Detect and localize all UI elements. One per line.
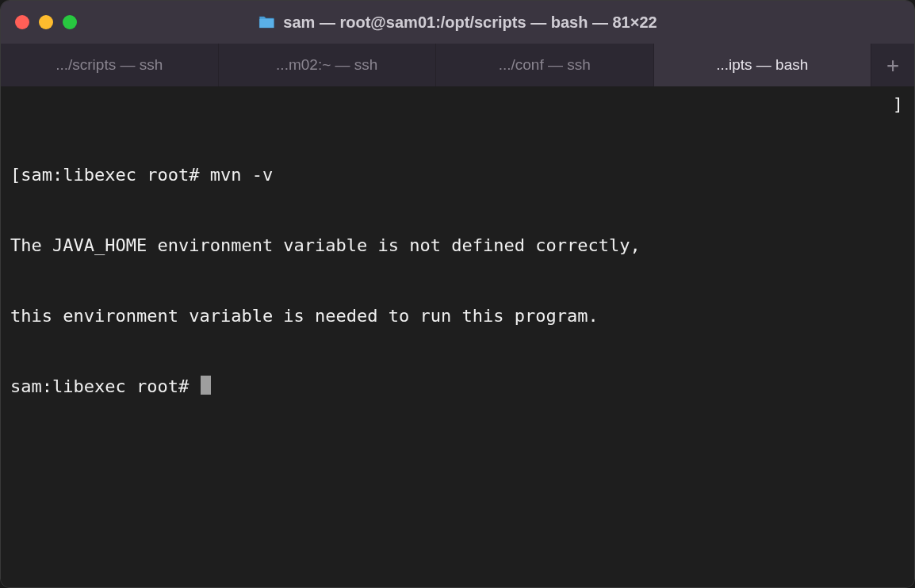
terminal-line-1: [sam:libexec root# mvn -v bbox=[10, 163, 905, 187]
terminal-line-2: The JAVA_HOME environment variable is no… bbox=[10, 234, 905, 258]
tab-label: .../conf — ssh bbox=[499, 56, 591, 74]
tab-label: ...ipts — bash bbox=[716, 56, 808, 74]
terminal-line-3: this environment variable is needed to r… bbox=[10, 304, 905, 328]
window-title: sam — root@sam01:/opt/scripts — bash — 8… bbox=[283, 13, 657, 32]
terminal-line-4: sam:libexec root# bbox=[10, 375, 905, 399]
folder-icon bbox=[258, 15, 275, 29]
right-bracket: ] bbox=[893, 93, 903, 116]
tab-scripts-ssh[interactable]: .../scripts — ssh bbox=[1, 44, 219, 86]
command-text: mvn -v bbox=[210, 165, 273, 185]
minimize-button[interactable] bbox=[39, 15, 53, 29]
plus-icon: + bbox=[886, 53, 899, 77]
tab-ipts-bash[interactable]: ...ipts — bash bbox=[654, 44, 872, 86]
svg-rect-0 bbox=[259, 19, 274, 28]
tabbar: .../scripts — ssh ...m02:~ — ssh .../con… bbox=[1, 44, 914, 86]
shell-prompt: sam:libexec root# bbox=[21, 165, 209, 185]
terminal-window: sam — root@sam01:/opt/scripts — bash — 8… bbox=[0, 0, 915, 588]
cursor bbox=[201, 376, 211, 395]
tab-label: .../scripts — ssh bbox=[56, 56, 163, 74]
tab-m02-ssh[interactable]: ...m02:~ — ssh bbox=[219, 44, 437, 86]
prompt-bracket: [ bbox=[10, 165, 21, 185]
terminal-content[interactable]: ] [sam:libexec root# mvn -v The JAVA_HOM… bbox=[1, 86, 914, 587]
tab-conf-ssh[interactable]: .../conf — ssh bbox=[436, 44, 654, 86]
window-title-container: sam — root@sam01:/opt/scripts — bash — 8… bbox=[258, 13, 657, 32]
close-button[interactable] bbox=[15, 15, 29, 29]
titlebar: sam — root@sam01:/opt/scripts — bash — 8… bbox=[1, 1, 914, 44]
new-tab-button[interactable]: + bbox=[871, 44, 914, 86]
shell-prompt: sam:libexec root# bbox=[10, 376, 199, 396]
tab-label: ...m02:~ — ssh bbox=[276, 56, 377, 74]
maximize-button[interactable] bbox=[63, 15, 77, 29]
traffic-lights bbox=[15, 15, 77, 29]
